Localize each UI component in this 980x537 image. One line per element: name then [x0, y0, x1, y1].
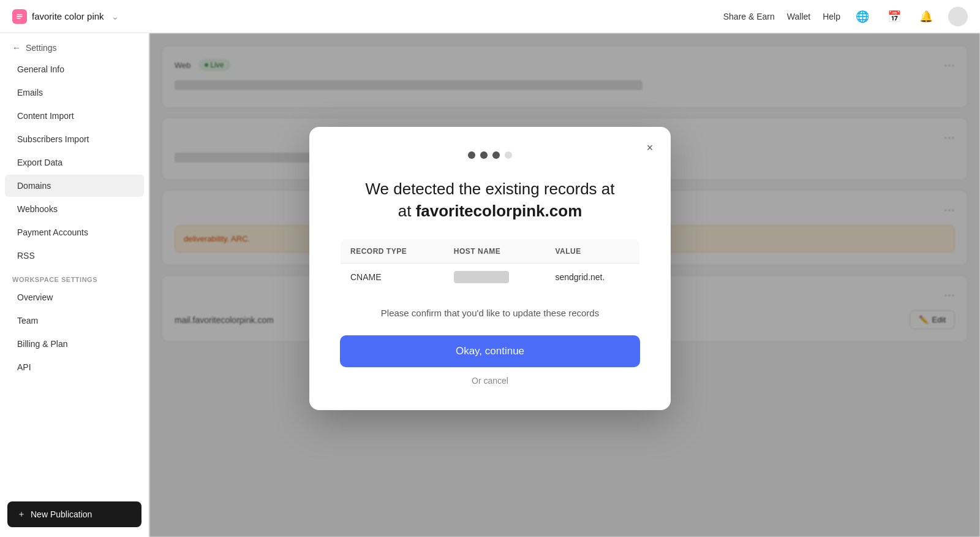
dns-records-table: RECORD TYPE HOST NAME VALUE CNAME sendgr… — [340, 239, 640, 291]
modal-dialog: × We detected the existing records at at… — [309, 127, 671, 409]
pub-chevron-icon[interactable]: ⌄ — [111, 12, 119, 21]
share-earn-link[interactable]: Share & Earn — [723, 12, 775, 21]
back-arrow-icon: ← — [12, 43, 21, 53]
nav-actions: Share & Earn Wallet Help 🌐 📅 🔔 — [723, 7, 968, 26]
globe-icon[interactable]: 🌐 — [853, 7, 872, 26]
table-header-host-name: HOST NAME — [444, 239, 546, 263]
help-link[interactable]: Help — [823, 12, 840, 21]
table-cell-host-name — [444, 263, 546, 291]
sidebar-item-api[interactable]: API — [5, 356, 144, 378]
table-row: CNAME sendgrid.net. — [341, 263, 640, 291]
pub-identity: favorite color pink ⌄ — [12, 9, 119, 24]
settings-header[interactable]: ← Settings — [0, 33, 149, 58]
wallet-link[interactable]: Wallet — [787, 12, 810, 21]
sidebar-item-rss[interactable]: RSS — [5, 245, 144, 267]
sidebar-item-content-import[interactable]: Content Import — [5, 105, 144, 127]
pub-name: favorite color pink — [32, 11, 104, 21]
sidebar: ← Settings General Info Emails Content I… — [0, 33, 149, 537]
table-header-record-type: RECORD TYPE — [341, 239, 444, 263]
table-header-value: VALUE — [545, 239, 639, 263]
step-dot-3 — [492, 151, 500, 159]
avatar[interactable] — [948, 7, 968, 26]
step-dot-2 — [480, 151, 488, 159]
plus-icon: ＋ — [17, 509, 26, 520]
sidebar-item-billing[interactable]: Billing & Plan — [5, 333, 144, 355]
step-dot-1 — [468, 151, 475, 159]
modal-domain: favoritecolorpink.com — [416, 202, 582, 220]
sidebar-item-subscribers-import[interactable]: Subscribers Import — [5, 128, 144, 150]
pub-icon — [12, 9, 27, 24]
modal-stepper — [340, 151, 640, 159]
step-dot-4 — [505, 151, 512, 159]
cancel-link[interactable]: Or cancel — [340, 376, 640, 386]
modal-heading: We detected the existing records at at f… — [340, 178, 640, 221]
modal-subtext: Please confirm that you'd like to update… — [340, 306, 640, 321]
host-blurred-value — [454, 271, 509, 283]
new-publication-button[interactable]: ＋ New Publication — [7, 501, 141, 527]
close-icon: × — [647, 142, 654, 154]
table-cell-value: sendgrid.net. — [545, 263, 639, 291]
sidebar-item-payment-accounts[interactable]: Payment Accounts — [5, 221, 144, 243]
settings-label: Settings — [26, 43, 57, 53]
calendar-icon[interactable]: 📅 — [884, 7, 904, 26]
sidebar-item-export-data[interactable]: Export Data — [5, 151, 144, 173]
sidebar-item-overview[interactable]: Overview — [5, 286, 144, 308]
sidebar-item-emails[interactable]: Emails — [5, 82, 144, 104]
sidebar-item-team[interactable]: Team — [5, 310, 144, 332]
modal-close-button[interactable]: × — [640, 138, 660, 158]
okay-continue-button[interactable]: Okay, continue — [340, 335, 640, 367]
sidebar-item-webhooks[interactable]: Webhooks — [5, 198, 144, 220]
sidebar-item-general-info[interactable]: General Info — [5, 58, 144, 80]
top-nav: favorite color pink ⌄ Share & Earn Walle… — [0, 0, 980, 33]
bell-icon[interactable]: 🔔 — [916, 7, 936, 26]
table-cell-record-type: CNAME — [341, 263, 444, 291]
workspace-section-label: Workspace Settings — [0, 267, 149, 286]
sidebar-item-domains[interactable]: Domains — [5, 175, 144, 197]
